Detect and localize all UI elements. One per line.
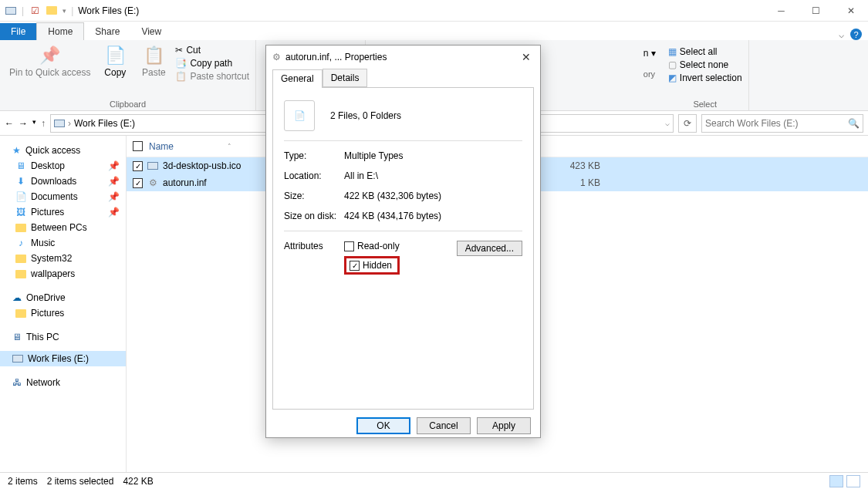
sidebar-item-work-files[interactable]: Work Files (E:): [0, 351, 126, 366]
shortcut-icon: 📋: [175, 71, 187, 82]
view-large-button[interactable]: [846, 475, 860, 487]
pin-icon: 📌: [108, 191, 120, 202]
nav-recent-button[interactable]: ▾: [32, 118, 36, 129]
window-title: Work Files (E:): [78, 5, 139, 16]
sidebar-item-between-pcs[interactable]: Between PCs: [0, 220, 126, 235]
row-checkbox[interactable]: ✓: [133, 178, 143, 188]
paste-button[interactable]: 📋 Paste: [137, 43, 171, 79]
sidebar-quick-access[interactable]: ★Quick access: [0, 140, 126, 158]
copy-path-button[interactable]: 📑Copy path: [175, 58, 249, 69]
sidebar-item-wallpapers[interactable]: wallpapers: [0, 266, 126, 282]
size-on-disk-label: Size on disk:: [284, 211, 344, 221]
drive-icon: [54, 118, 65, 129]
star-icon: ★: [12, 145, 21, 156]
file-name-cell: autorun.inf: [163, 177, 207, 188]
ribbon-collapse-icon[interactable]: ⌵: [839, 29, 844, 40]
paste-icon: 📋: [143, 45, 164, 66]
select-all-button[interactable]: ▦Select all: [668, 46, 742, 57]
view-details-button[interactable]: [829, 475, 843, 487]
pin-icon: 📌: [39, 45, 61, 66]
readonly-checkbox[interactable]: Read-only: [344, 241, 400, 251]
paste-shortcut-button[interactable]: 📋Paste shortcut: [175, 71, 249, 82]
status-selected-size: 422 KB: [123, 476, 153, 487]
advanced-button[interactable]: Advanced...: [457, 241, 522, 256]
dialog-tab-details[interactable]: Details: [323, 69, 368, 87]
sidebar-item-system32[interactable]: System32: [0, 251, 126, 266]
select-all-icon: ▦: [668, 46, 677, 57]
dialog-tab-general[interactable]: General: [272, 69, 323, 88]
nav-back-button[interactable]: ←: [5, 118, 14, 129]
tab-home[interactable]: Home: [36, 22, 84, 40]
search-icon: 🔍: [848, 118, 860, 129]
qat-checkbox-icon[interactable]: ☑: [29, 5, 41, 17]
minimize-button[interactable]: ─: [764, 0, 799, 22]
cancel-button[interactable]: Cancel: [417, 417, 471, 434]
address-dropdown-icon[interactable]: ⌵: [665, 119, 670, 127]
pin-to-quick-access-button[interactable]: 📌 Pin to Quick access: [6, 43, 93, 79]
row-checkbox[interactable]: ✓: [133, 161, 143, 171]
nav-pane: ★Quick access 🖥Desktop📌 ⬇Downloads📌 📄Doc…: [0, 136, 127, 472]
dialog-close-button[interactable]: ✕: [518, 51, 534, 63]
dialog-file-icon: ⚙: [272, 52, 281, 62]
nav-forward-button[interactable]: →: [19, 118, 28, 129]
close-button[interactable]: ✕: [833, 0, 868, 22]
scissors-icon: ✂: [175, 45, 183, 56]
sidebar-this-pc[interactable]: 🖥This PC: [0, 327, 126, 345]
copy-icon: 📄: [104, 45, 126, 66]
hidden-checkbox[interactable]: ✓Hidden: [350, 260, 392, 271]
inf-file-icon: ⚙: [147, 177, 158, 188]
tab-share[interactable]: Share: [84, 23, 130, 40]
select-none-icon: ▢: [668, 59, 677, 70]
copy-button[interactable]: 📄 Copy: [98, 43, 132, 79]
sidebar-item-downloads[interactable]: ⬇Downloads📌: [0, 174, 126, 189]
qat-folder-icon[interactable]: [46, 5, 58, 17]
sidebar-item-documents[interactable]: 📄Documents📌: [0, 189, 126, 204]
sort-asc-icon: ˄: [228, 143, 231, 150]
separator: |: [22, 5, 24, 16]
search-input[interactable]: [705, 118, 848, 129]
status-bar: 2 items 2 items selected 422 KB: [0, 472, 868, 489]
separator: |: [71, 5, 73, 16]
invert-selection-button[interactable]: ◩Invert selection: [668, 73, 742, 83]
pin-icon: 📌: [108, 176, 120, 187]
copy-path-icon: 📑: [175, 58, 187, 69]
sidebar-item-od-pictures[interactable]: Pictures: [0, 305, 126, 321]
select-all-checkbox[interactable]: [133, 141, 143, 151]
downloads-icon: ⬇: [15, 176, 26, 187]
folder-icon: [15, 268, 26, 279]
tab-view[interactable]: View: [130, 23, 172, 40]
pin-icon: 📌: [108, 207, 120, 218]
sidebar-item-pictures[interactable]: 🖼Pictures📌: [0, 204, 126, 220]
ok-button[interactable]: OK: [356, 417, 410, 434]
sidebar-onedrive[interactable]: ☁OneDrive: [0, 288, 126, 305]
sidebar-item-music[interactable]: ♪Music: [0, 235, 126, 251]
select-none-button[interactable]: ▢Select none: [668, 59, 742, 70]
column-name[interactable]: Name: [149, 141, 221, 152]
group-label-clipboard: Clipboard: [6, 98, 249, 110]
cut-button[interactable]: ✂Cut: [175, 45, 249, 56]
status-item-count: 2 items: [8, 476, 38, 487]
dialog-title: autorun.inf, ... Properties: [285, 52, 387, 62]
size-value: 422 KB (432,306 bytes): [344, 191, 441, 201]
refresh-button[interactable]: ⟳: [678, 114, 697, 133]
location-label: Location:: [284, 170, 344, 181]
nav-up-button[interactable]: ↑: [41, 118, 46, 129]
qat-dropdown-icon[interactable]: ▾: [62, 7, 66, 15]
maximize-button[interactable]: ☐: [799, 0, 833, 22]
window-title-bar: | ☑ ▾ | Work Files (E:) ─ ☐ ✕: [0, 0, 868, 22]
apply-button[interactable]: Apply: [477, 417, 531, 434]
sidebar-item-desktop[interactable]: 🖥Desktop📌: [0, 158, 126, 174]
network-icon: 🖧: [12, 377, 22, 388]
drive-icon: [12, 353, 23, 364]
location-value: All in E:\: [344, 170, 378, 181]
app-icon: [5, 5, 17, 17]
pin-icon: 📌: [108, 160, 120, 171]
ribbon-tabs: File Home Share View ⌵ ?: [0, 22, 868, 40]
breadcrumb-text[interactable]: Work Files (E:): [74, 118, 135, 129]
sidebar-network[interactable]: 🖧Network: [0, 373, 126, 390]
search-box[interactable]: 🔍: [701, 114, 863, 133]
type-label: Type:: [284, 150, 344, 161]
hidden-highlight: ✓Hidden: [344, 256, 400, 275]
help-icon[interactable]: ?: [850, 29, 862, 40]
tab-file[interactable]: File: [0, 23, 36, 40]
